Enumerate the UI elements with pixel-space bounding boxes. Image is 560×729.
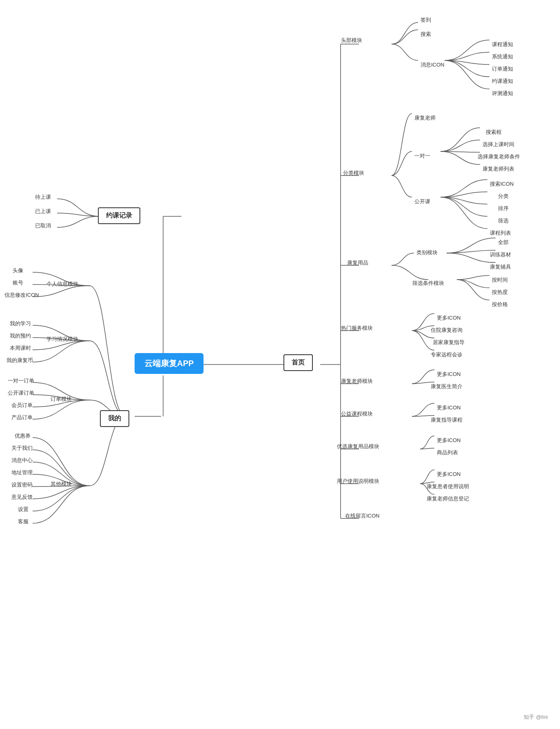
about-us: 关于我们 [9, 444, 35, 453]
mind-map-lines [0, 0, 560, 729]
user-manual-module: 用户使用说明模块 [334, 477, 382, 486]
rehab-products: 康复用品 [345, 258, 371, 267]
rehab-teacher: 康复老师 [412, 113, 438, 122]
course-notice: 课程通知 [489, 40, 516, 49]
set-password: 设置密码 [9, 480, 35, 489]
one-on-one-order: 一对一订单 [5, 376, 37, 385]
personal-info-module: 个人信息模块 [44, 280, 81, 289]
rehab-guide-course: 康复指导课程 [428, 416, 465, 425]
customer-service: 客服 [15, 517, 31, 526]
system-notice: 系统通知 [489, 52, 516, 61]
sort: 排序 [496, 204, 511, 213]
select-teacher-cond: 选择康复老师条件 [475, 152, 522, 161]
by-time: 按时间 [489, 276, 510, 284]
more-icon-5: 更多ICON [434, 470, 463, 479]
booking-node: 约课记录 [98, 207, 140, 224]
doctor-intro: 康复医生简介 [428, 382, 465, 391]
all: 全部 [496, 238, 511, 247]
public-course: 公开课 [412, 197, 433, 206]
product-list: 商品列表 [434, 448, 460, 457]
account: 账号 [10, 278, 26, 287]
category: 分类 [496, 192, 511, 201]
product-order: 产品订单 [9, 413, 35, 422]
more-icon-1: 更多ICON [434, 313, 463, 322]
eval-notice: 评测通知 [489, 89, 516, 98]
address-manage: 地址管理 [9, 468, 35, 477]
my-study: 我的学习 [7, 319, 33, 328]
weekly-hours: 本周课时 [7, 344, 33, 353]
rehab-teacher-module: 康复老师模块 [339, 377, 375, 386]
member-order: 会员订单 [9, 401, 35, 410]
message-center: 消息中心 [9, 456, 35, 465]
my-coins: 我的康复币 [4, 356, 35, 365]
hot-service-module: 热门服务模块 [339, 324, 375, 333]
online-message-icon: 在线留言ICON [343, 511, 382, 520]
center-node: 云端康复APP [135, 353, 204, 374]
category-module: 分类模块 [341, 169, 367, 178]
more-icon-4: 更多ICON [434, 436, 463, 445]
rehab-aids: 康复辅具 [487, 262, 514, 271]
booking-child-2: 已取消 [33, 221, 53, 230]
other-module: 其他模块 [48, 480, 74, 489]
home-rehab: 居家康复指导 [430, 338, 467, 347]
training-equip: 训练器材 [487, 250, 514, 259]
my-booking: 我的预约 [7, 331, 33, 340]
mine-node: 我的 [100, 410, 129, 427]
avatar: 头像 [10, 266, 26, 275]
search: 搜索 [418, 30, 434, 39]
patient-manual: 康复患者使用说明 [424, 482, 471, 491]
booking-child-0: 待上课 [33, 193, 53, 202]
remote-consult: 专家远程会诊 [428, 350, 465, 359]
hospital-rehab: 住院康复咨询 [428, 326, 465, 335]
teacher-list: 康复老师列表 [480, 164, 517, 173]
public-course-order: 公开课订单 [5, 389, 37, 398]
booking-child-1: 已上课 [33, 207, 53, 216]
mind-map: 云端康复APP 首页 我的 约课记录 待上课 已上课 已取消 个人信息模块 头像… [0, 0, 560, 729]
search-box: 搜索框 [483, 128, 504, 137]
public-welfare-module: 公益课程模块 [339, 409, 375, 418]
select-time: 选择上课时间 [480, 140, 517, 149]
course-list: 课程列表 [487, 229, 514, 238]
filter-module: 筛选条件模块 [410, 279, 447, 288]
settings: 设置 [15, 505, 31, 514]
sign-in: 签到 [418, 16, 434, 24]
info-edit-icon: 信息修改ICON [2, 291, 42, 300]
search-icon-node: 搜索ICON [487, 180, 516, 189]
by-heat: 按热度 [489, 288, 510, 297]
more-icon-3: 更多ICON [434, 403, 463, 412]
by-price: 按价格 [489, 300, 510, 309]
homepage-node: 首页 [283, 354, 313, 371]
category-block: 类别模块 [414, 248, 440, 257]
coupon: 优惠券 [12, 431, 33, 440]
header-module: 头部模块 [339, 36, 365, 45]
order-notice: 订单通知 [489, 64, 516, 73]
filter: 筛选 [496, 216, 511, 225]
watermark: 知乎 @lini [524, 713, 548, 721]
more-icon-2: 更多ICON [434, 370, 463, 379]
one-on-one: 一对一 [412, 151, 433, 160]
study-module: 学习情况模块 [44, 335, 81, 344]
order-module: 订单模块 [48, 395, 74, 404]
feedback: 意见反馈 [9, 493, 35, 502]
booking-notice: 约课通知 [489, 77, 516, 86]
message-icon: 消息ICON [418, 60, 447, 69]
teacher-register: 康复老师信息登记 [424, 494, 471, 503]
selected-products-module: 优选康复用品模块 [334, 442, 382, 451]
